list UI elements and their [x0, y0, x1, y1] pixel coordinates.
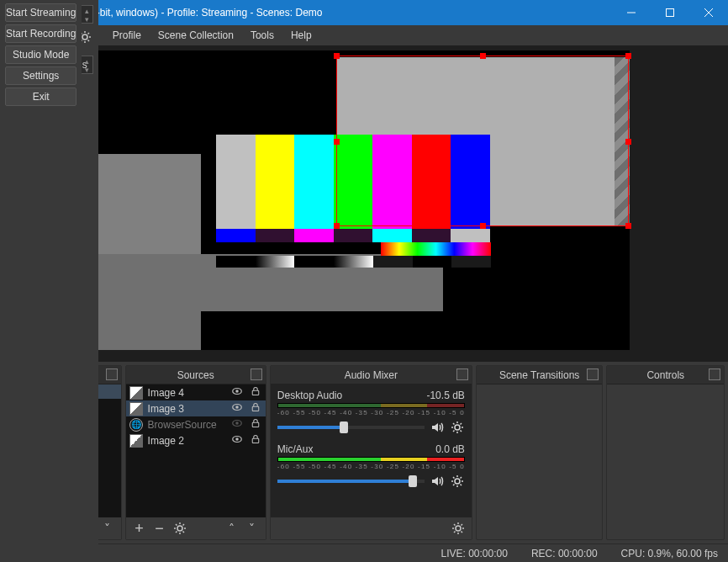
visibility-toggle[interactable] [230, 417, 244, 432]
mixer-body: Desktop Audio-10.5 dB-60 -55 -50 -45 -40… [271, 384, 472, 517]
statusbar: LIVE: 00:00:00 REC: 00:00:00 CPU: 0.9%, … [0, 543, 728, 562]
speaker-icon[interactable] [430, 420, 445, 435]
menu-help[interactable]: Help [282, 27, 320, 44]
svg-point-35 [455, 479, 460, 484]
svg-point-15 [235, 437, 239, 441]
sources-list: Image 4Image 3🌐BrowserSourceImage 2 [126, 384, 266, 517]
svg-rect-16 [252, 438, 259, 443]
preview-layer [98, 254, 201, 350]
svg-line-40 [453, 477, 455, 479]
svg-line-52 [461, 524, 462, 526]
svg-line-23 [182, 532, 184, 533]
start-recording-button[interactable]: Start Recording [5, 24, 76, 43]
mixer-settings-button[interactable] [450, 520, 467, 537]
add-source-button[interactable]: + [131, 520, 148, 537]
volume-slider[interactable] [277, 480, 425, 483]
source-label: Image 4 [148, 387, 225, 399]
preview-color-bars [216, 135, 490, 229]
panel-title: Controls [646, 369, 684, 381]
svg-line-33 [453, 431, 455, 432]
svg-point-9 [235, 406, 239, 409]
svg-line-49 [454, 524, 456, 526]
status-cpu: CPU: 0.9%, 60.00 fps [621, 548, 718, 559]
channel-settings-button[interactable] [450, 474, 465, 489]
svg-line-25 [182, 524, 184, 526]
panels-row: Scenes Scene 1Scene 2Scene 3Scene 4Scene… [0, 362, 728, 543]
menu-profile[interactable]: Profile [104, 27, 150, 44]
svg-rect-7 [252, 390, 259, 395]
svg-line-43 [460, 477, 462, 479]
visibility-toggle[interactable] [230, 401, 244, 416]
panel-popout-icon[interactable] [456, 368, 468, 380]
source-label: Image 2 [148, 435, 225, 447]
panel-title: Scene Transitions [499, 369, 579, 381]
transitions-panel: Scene Transitions Fade ▴▾ + − Duration 3… [476, 365, 604, 540]
svg-line-32 [460, 431, 462, 432]
source-properties-button[interactable] [171, 520, 188, 537]
controls-panel: Controls Start Streaming Start Recording… [606, 365, 725, 540]
lock-toggle[interactable] [249, 418, 262, 431]
mixer-footer [271, 517, 472, 539]
lock-toggle[interactable] [249, 402, 262, 415]
panel-popout-icon[interactable] [587, 368, 599, 380]
panel-title: Audio Mixer [345, 369, 398, 381]
move-source-up-button[interactable]: ˄ [224, 520, 240, 537]
slider-knob[interactable] [409, 475, 417, 487]
globe-icon: 🌐 [129, 418, 143, 432]
svg-line-51 [454, 532, 456, 533]
preview-layer [98, 154, 201, 254]
panel-popout-icon[interactable] [709, 368, 720, 380]
visibility-toggle[interactable] [230, 433, 244, 448]
panel-header[interactable]: Sources [126, 366, 266, 384]
exit-button[interactable]: Exit [5, 87, 76, 106]
source-row[interactable]: Image 2 [126, 432, 266, 448]
window-controls [612, 0, 728, 25]
svg-point-6 [235, 390, 239, 393]
remove-source-button[interactable]: − [151, 520, 168, 537]
preview-layer [615, 57, 630, 225]
move-scene-down-button[interactable]: ˅ [99, 520, 116, 537]
svg-point-12 [235, 422, 239, 425]
close-button[interactable] [689, 0, 728, 25]
preview-row2 [216, 229, 490, 242]
panel-popout-icon[interactable] [251, 368, 262, 380]
meter-ticks: -60 -55 -50 -45 -40 -35 -30 -25 -20 -15 … [277, 409, 465, 416]
start-streaming-button[interactable]: Start Streaming [5, 3, 76, 22]
svg-rect-2 [667, 9, 674, 17]
status-rec: REC: 00:00:00 [531, 548, 598, 559]
channel-name: Mic/Aux [277, 443, 314, 455]
lock-toggle[interactable] [249, 386, 262, 399]
panel-header[interactable]: Audio Mixer [271, 366, 472, 384]
sources-footer: + − ˄ ˅ [126, 517, 266, 539]
controls-body: Start Streaming Start Recording Studio M… [0, 0, 82, 562]
lock-toggle[interactable] [249, 434, 262, 447]
menu-tools[interactable]: Tools [242, 27, 282, 44]
maximize-button[interactable] [651, 0, 689, 25]
visibility-toggle[interactable] [230, 385, 244, 400]
channel-db: -10.5 dB [426, 390, 464, 401]
move-source-down-button[interactable]: ˅ [244, 520, 261, 537]
vu-meter [277, 403, 465, 408]
settings-button[interactable]: Settings [5, 66, 76, 85]
preview-canvas[interactable] [98, 50, 630, 350]
studio-mode-button[interactable]: Studio Mode [5, 45, 76, 64]
svg-line-24 [176, 532, 177, 533]
source-label: Image 3 [148, 403, 225, 415]
channel-name: Desktop Audio [277, 390, 342, 401]
speaker-icon[interactable] [430, 474, 445, 489]
channel-settings-button[interactable] [450, 420, 465, 435]
panel-header[interactable]: Controls [607, 366, 724, 384]
svg-line-42 [453, 485, 455, 486]
panel-popout-icon[interactable] [106, 368, 118, 380]
svg-line-61 [87, 33, 89, 34]
minimize-button[interactable] [612, 0, 651, 25]
source-row[interactable]: Image 4 [126, 384, 266, 400]
panel-header[interactable]: Scene Transitions [477, 366, 603, 384]
slider-knob[interactable] [340, 422, 348, 433]
source-row[interactable]: Image 3 [126, 400, 266, 416]
channel-db: 0.0 dB [435, 443, 465, 455]
volume-slider[interactable] [277, 426, 425, 429]
menu-scene-collection[interactable]: Scene Collection [150, 27, 242, 44]
source-row[interactable]: 🌐BrowserSource [126, 416, 266, 432]
panel-title: Sources [177, 369, 214, 381]
